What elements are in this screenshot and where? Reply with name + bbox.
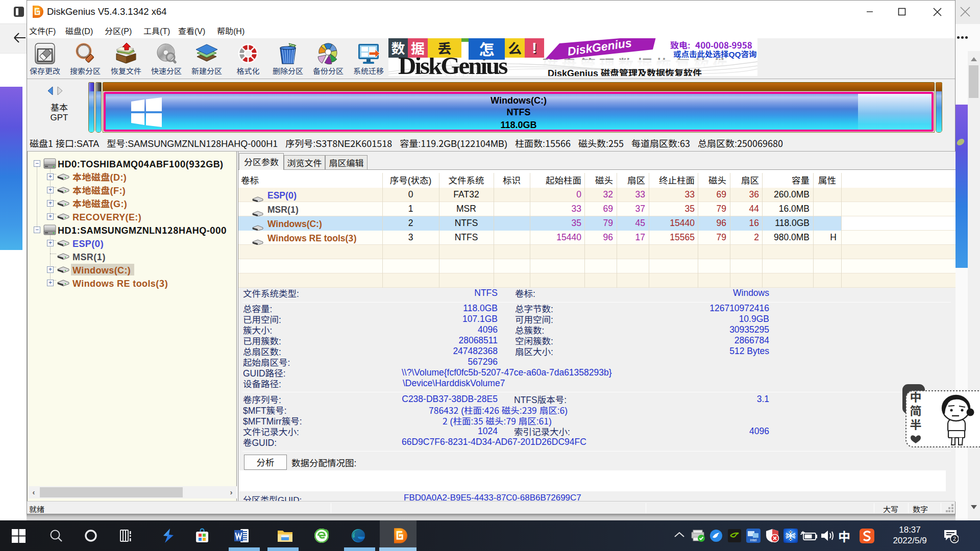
svg-text:半: 半: [910, 415, 922, 433]
svg-text:2: 2: [953, 536, 956, 542]
svg-text:intel: intel: [750, 538, 757, 542]
